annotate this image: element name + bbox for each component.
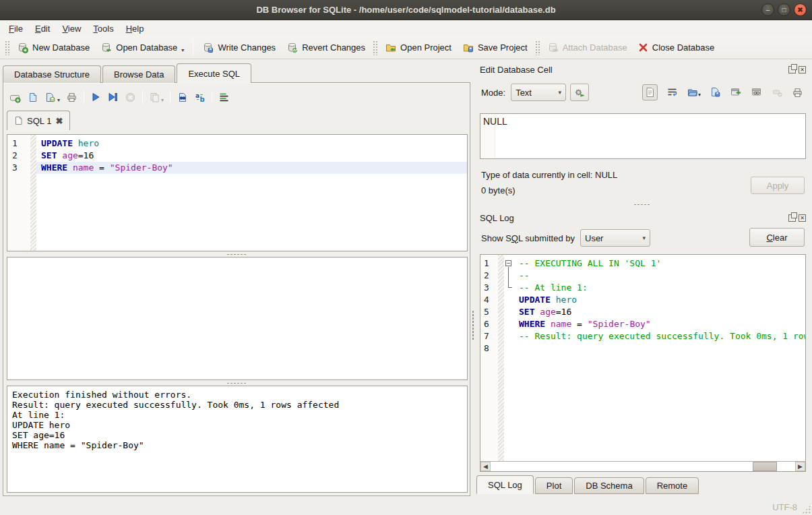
execution-message-pane[interactable]: Execution finished without errors. Resul…	[7, 386, 468, 493]
replace-button[interactable]: ab	[194, 92, 206, 103]
set-as-link-button[interactable]	[751, 87, 763, 98]
dock-float-icon[interactable]	[788, 66, 796, 73]
print-cell-button[interactable]	[792, 87, 803, 98]
close-database-button[interactable]: Close Database	[633, 40, 720, 55]
open-project-button[interactable]: Open Project	[379, 39, 457, 56]
sql-tab-label: SQL 1	[27, 116, 51, 126]
text-document-icon	[645, 87, 655, 98]
execute-line-button[interactable]	[107, 92, 119, 102]
log-line: --	[514, 270, 805, 282]
toolbar-drag-handle[interactable]	[373, 40, 377, 55]
scroll-right-arrow[interactable]: ▶	[795, 462, 805, 471]
filter-label: Show SQL submitted by	[481, 233, 575, 243]
fold-collapse-icon[interactable]: −	[505, 260, 511, 266]
maximize-button[interactable]: □	[778, 3, 790, 16]
write-changes-button[interactable]: Write Changes	[197, 39, 281, 56]
menu-view[interactable]: View	[56, 22, 87, 35]
results-grid[interactable]	[7, 257, 468, 380]
window-export-icon	[730, 87, 742, 98]
text-mode-button[interactable]	[642, 84, 658, 100]
dock-close-icon[interactable]: ✕	[799, 66, 806, 73]
log-gutter-hatch	[498, 255, 504, 461]
import-dropdown-caret[interactable]: ▾	[698, 92, 701, 98]
toolbar-separator	[142, 90, 143, 104]
log-line: SET age=16	[514, 306, 805, 318]
close-tab-icon[interactable]: ✖	[55, 116, 63, 126]
revert-changes-button[interactable]: Revert Changes	[281, 39, 371, 56]
tab-execute-sql[interactable]: Execute SQL	[177, 63, 251, 83]
cell-editor[interactable]: NULL	[480, 113, 806, 159]
export-cell-data-button[interactable]	[710, 87, 721, 98]
execute-all-button[interactable]	[90, 92, 101, 102]
open-in-external-app-button[interactable]	[730, 87, 742, 98]
word-wrap-button[interactable]	[666, 87, 678, 98]
minimize-button[interactable]: –	[761, 3, 774, 16]
edit-cell-dock-header: Edit Database Cell ✕	[480, 63, 806, 75]
tab-database-structure[interactable]: Database Structure	[3, 65, 101, 83]
toolbar-drag-handle[interactable]	[535, 40, 540, 55]
open-database-button[interactable]: Open Database ▾	[95, 39, 189, 56]
link-icon	[751, 87, 763, 98]
stop-icon	[125, 92, 136, 103]
save-project-button[interactable]: Save Project	[457, 39, 533, 56]
close-database-x-icon	[638, 42, 648, 53]
scroll-left-arrow[interactable]: ◀	[480, 462, 491, 471]
sql-toolbar: ▾ ▾ ab	[9, 88, 229, 107]
execute-sql-panel: ▾ ▾ ab SQL 1 ✖ 1 2 3 UPDATE	[3, 82, 470, 496]
scrollbar-track[interactable]	[491, 462, 795, 471]
window-title: DB Browser for SQLite - /home/user/code/…	[256, 5, 555, 15]
tab-plot[interactable]: Plot	[535, 477, 573, 494]
tab-db-schema[interactable]: DB Schema	[574, 477, 644, 494]
sql-file-tab-bar: SQL 1 ✖	[7, 110, 70, 130]
sql-log-dock-header: SQL Log ✕	[480, 212, 806, 224]
new-sql-tab-button[interactable]	[9, 92, 21, 103]
editor-line-current: WHERE name = "Spider-Boy"	[36, 162, 467, 174]
log-line: WHERE name = "Spider-Boy"	[514, 318, 805, 330]
sql-editor[interactable]: 1 2 3 UPDATE hero SET age=16 WHERE name …	[7, 134, 468, 251]
dock-tab-bar: SQL Log Plot DB Schema Remote	[476, 475, 700, 494]
sql-file-tab[interactable]: SQL 1 ✖	[7, 111, 70, 130]
sql-log-view[interactable]: 1 2 3 4 5 6 7 8 − -- EXECUTING A	[480, 254, 806, 472]
mode-select[interactable]: Text ▾	[511, 84, 566, 101]
submitter-select[interactable]: User ▾	[580, 229, 650, 247]
tab-remote[interactable]: Remote	[646, 477, 699, 494]
menu-file[interactable]: File	[3, 22, 29, 35]
import-cell-data-button[interactable]: ▾	[687, 87, 701, 98]
log-horizontal-scrollbar[interactable]: ◀ ▶	[480, 461, 805, 471]
menu-help[interactable]: Help	[120, 22, 150, 35]
edit-cell-title: Edit Database Cell	[480, 65, 788, 75]
main-vertical-splitter[interactable]	[472, 310, 474, 341]
results-message-splitter[interactable]	[3, 380, 470, 386]
editor-text-area[interactable]: UPDATE hero SET age=16 WHERE name = "Spi…	[36, 135, 467, 251]
new-database-button[interactable]: New Database	[11, 39, 95, 56]
save-dropdown-caret[interactable]: ▾	[57, 97, 60, 103]
toolbar-drag-handle[interactable]	[5, 40, 9, 55]
clear-log-button[interactable]: Clear	[749, 228, 805, 247]
tab-browse-data[interactable]: Browse Data	[102, 65, 175, 83]
dock-splitter[interactable]	[476, 201, 809, 208]
encoding-indicator[interactable]: UTF-8	[772, 502, 797, 512]
resize-grip[interactable]	[802, 505, 811, 514]
title-bar[interactable]: DB Browser for SQLite - /home/user/code/…	[0, 0, 812, 20]
menu-edit[interactable]: Edit	[29, 22, 56, 35]
close-button[interactable]: ✖	[794, 3, 807, 16]
print-sql-button[interactable]	[66, 92, 77, 103]
open-database-dropdown-caret[interactable]: ▾	[181, 47, 184, 53]
tab-sql-log[interactable]: SQL Log	[476, 475, 534, 494]
execution-message-text: Execution finished without errors. Resul…	[12, 390, 462, 450]
find-button[interactable]	[177, 92, 188, 103]
dock-close-icon[interactable]: ✕	[799, 214, 806, 222]
scrollbar-thumb[interactable]	[753, 462, 777, 471]
find-icon	[177, 92, 188, 103]
open-sql-file-button[interactable]	[27, 92, 38, 103]
app-window: { "window": { "title": "DB Browser for S…	[0, 0, 812, 515]
dock-float-icon[interactable]	[788, 214, 796, 222]
menu-tools[interactable]: Tools	[87, 22, 119, 35]
save-sql-file-button[interactable]: ▾	[44, 92, 60, 103]
save-file-icon	[44, 92, 57, 103]
sql-log-title: SQL Log	[480, 213, 788, 223]
main-toolbar: New Database Open Database ▾ Write Chang…	[0, 36, 812, 59]
auto-apply-settings-button[interactable]	[570, 84, 589, 101]
editor-results-splitter[interactable]	[3, 251, 470, 257]
format-sql-button[interactable]	[218, 92, 229, 102]
